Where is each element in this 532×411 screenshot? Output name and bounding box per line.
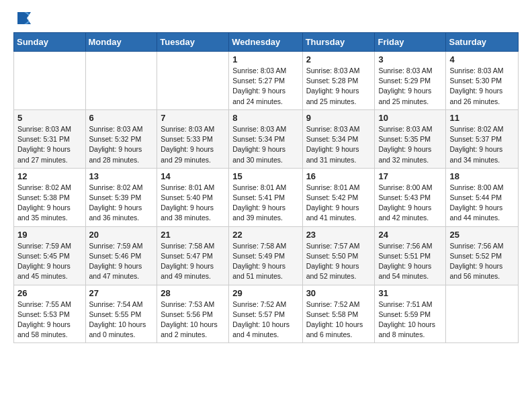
day-info: Sunrise: 7:52 AM Sunset: 5:58 PM Dayligh…: [306, 300, 371, 340]
day-number: 8: [232, 113, 298, 123]
calendar-cell: 9Sunrise: 8:03 AM Sunset: 5:34 PM Daylig…: [302, 109, 375, 168]
day-info: Sunrise: 8:03 AM Sunset: 5:31 PM Dayligh…: [17, 124, 82, 165]
day-info: Sunrise: 8:02 AM Sunset: 5:37 PM Dayligh…: [449, 124, 515, 165]
day-info: Sunrise: 8:03 AM Sunset: 5:35 PM Dayligh…: [378, 124, 442, 165]
calendar-cell: 18Sunrise: 8:00 AM Sunset: 5:44 PM Dayli…: [446, 168, 519, 226]
calendar-cell: 20Sunrise: 7:59 AM Sunset: 5:46 PM Dayli…: [85, 226, 157, 285]
day-info: Sunrise: 8:03 AM Sunset: 5:34 PM Dayligh…: [232, 124, 298, 165]
calendar-cell: 22Sunrise: 7:58 AM Sunset: 5:49 PM Dayli…: [229, 226, 302, 285]
logo-flag-icon: [15, 11, 34, 26]
day-info: Sunrise: 7:51 AM Sunset: 5:59 PM Dayligh…: [378, 300, 442, 340]
day-number: 20: [89, 230, 154, 240]
day-number: 28: [161, 288, 225, 298]
calendar-cell: 11Sunrise: 8:02 AM Sunset: 5:37 PM Dayli…: [446, 109, 519, 168]
day-number: 5: [17, 113, 82, 123]
calendar-cell: 16Sunrise: 8:01 AM Sunset: 5:42 PM Dayli…: [302, 168, 375, 226]
day-info: Sunrise: 7:59 AM Sunset: 5:46 PM Dayligh…: [89, 241, 154, 282]
page: SundayMondayTuesdayWednesdayThursdayFrid…: [0, 0, 532, 354]
day-number: 27: [89, 288, 154, 298]
day-number: 24: [378, 230, 442, 240]
day-info: Sunrise: 8:03 AM Sunset: 5:27 PM Dayligh…: [232, 66, 298, 107]
weekday-header-monday: Monday: [85, 33, 157, 52]
weekday-header-wednesday: Wednesday: [229, 33, 302, 52]
day-info: Sunrise: 8:03 AM Sunset: 5:33 PM Dayligh…: [161, 124, 225, 165]
logo: [13, 11, 34, 26]
calendar-week-row: 5Sunrise: 8:03 AM Sunset: 5:31 PM Daylig…: [14, 109, 519, 168]
svg-marker-0: [17, 12, 31, 24]
calendar-cell: 23Sunrise: 7:57 AM Sunset: 5:50 PM Dayli…: [302, 226, 375, 285]
weekday-header-thursday: Thursday: [302, 33, 375, 52]
day-number: 30: [306, 288, 371, 298]
logo-text: [13, 11, 34, 26]
day-info: Sunrise: 7:58 AM Sunset: 5:49 PM Dayligh…: [232, 241, 298, 282]
calendar-week-row: 26Sunrise: 7:55 AM Sunset: 5:53 PM Dayli…: [14, 285, 519, 343]
day-number: 21: [161, 230, 225, 240]
calendar-cell: 21Sunrise: 7:58 AM Sunset: 5:47 PM Dayli…: [157, 226, 229, 285]
calendar-cell: 30Sunrise: 7:52 AM Sunset: 5:58 PM Dayli…: [302, 285, 375, 343]
calendar-cell: 1Sunrise: 8:03 AM Sunset: 5:27 PM Daylig…: [229, 52, 302, 110]
day-number: 10: [378, 113, 442, 123]
calendar-cell: 3Sunrise: 8:03 AM Sunset: 5:29 PM Daylig…: [375, 52, 446, 110]
calendar-cell: 28Sunrise: 7:53 AM Sunset: 5:56 PM Dayli…: [157, 285, 229, 343]
calendar-cell: 31Sunrise: 7:51 AM Sunset: 5:59 PM Dayli…: [375, 285, 446, 343]
calendar: SundayMondayTuesdayWednesdayThursdayFrid…: [13, 32, 519, 343]
day-number: 1: [232, 54, 298, 64]
day-number: 23: [306, 230, 371, 240]
day-number: 7: [161, 113, 225, 123]
day-info: Sunrise: 8:03 AM Sunset: 5:32 PM Dayligh…: [89, 124, 154, 165]
weekday-header-saturday: Saturday: [446, 33, 519, 52]
day-info: Sunrise: 8:03 AM Sunset: 5:34 PM Dayligh…: [306, 124, 371, 165]
day-info: Sunrise: 8:00 AM Sunset: 5:43 PM Dayligh…: [378, 183, 442, 224]
calendar-cell: 29Sunrise: 7:52 AM Sunset: 5:57 PM Dayli…: [229, 285, 302, 343]
day-info: Sunrise: 8:00 AM Sunset: 5:44 PM Dayligh…: [449, 183, 515, 224]
day-number: 11: [449, 113, 515, 123]
calendar-cell: [446, 285, 519, 343]
day-number: 9: [306, 113, 371, 123]
day-number: 6: [89, 113, 154, 123]
day-number: 14: [161, 171, 225, 181]
weekday-header-sunday: Sunday: [14, 33, 86, 52]
day-info: Sunrise: 7:53 AM Sunset: 5:56 PM Dayligh…: [161, 300, 225, 340]
day-number: 19: [17, 230, 82, 240]
day-info: Sunrise: 8:03 AM Sunset: 5:28 PM Dayligh…: [306, 66, 371, 107]
day-info: Sunrise: 7:54 AM Sunset: 5:55 PM Dayligh…: [89, 300, 154, 340]
day-number: 31: [378, 288, 442, 298]
calendar-cell: 27Sunrise: 7:54 AM Sunset: 5:55 PM Dayli…: [85, 285, 157, 343]
calendar-cell: 15Sunrise: 8:01 AM Sunset: 5:41 PM Dayli…: [229, 168, 302, 226]
day-info: Sunrise: 8:03 AM Sunset: 5:30 PM Dayligh…: [449, 66, 515, 107]
day-number: 18: [449, 171, 515, 181]
day-info: Sunrise: 7:56 AM Sunset: 5:52 PM Dayligh…: [449, 241, 515, 282]
day-number: 4: [449, 54, 515, 64]
calendar-cell: 5Sunrise: 8:03 AM Sunset: 5:31 PM Daylig…: [14, 109, 86, 168]
day-info: Sunrise: 7:55 AM Sunset: 5:53 PM Dayligh…: [17, 300, 82, 340]
day-info: Sunrise: 8:01 AM Sunset: 5:42 PM Dayligh…: [306, 183, 371, 224]
day-info: Sunrise: 8:02 AM Sunset: 5:39 PM Dayligh…: [89, 183, 154, 224]
day-info: Sunrise: 7:57 AM Sunset: 5:50 PM Dayligh…: [306, 241, 371, 282]
calendar-cell: [85, 52, 157, 110]
calendar-cell: 6Sunrise: 8:03 AM Sunset: 5:32 PM Daylig…: [85, 109, 157, 168]
day-info: Sunrise: 7:52 AM Sunset: 5:57 PM Dayligh…: [232, 300, 298, 340]
day-info: Sunrise: 7:58 AM Sunset: 5:47 PM Dayligh…: [161, 241, 225, 282]
day-number: 15: [232, 171, 298, 181]
calendar-cell: [14, 52, 86, 110]
day-number: 29: [232, 288, 298, 298]
day-number: 12: [17, 171, 82, 181]
day-info: Sunrise: 8:01 AM Sunset: 5:41 PM Dayligh…: [232, 183, 298, 224]
calendar-cell: 25Sunrise: 7:56 AM Sunset: 5:52 PM Dayli…: [446, 226, 519, 285]
calendar-week-row: 12Sunrise: 8:02 AM Sunset: 5:38 PM Dayli…: [14, 168, 519, 226]
calendar-week-row: 19Sunrise: 7:59 AM Sunset: 5:45 PM Dayli…: [14, 226, 519, 285]
calendar-cell: 8Sunrise: 8:03 AM Sunset: 5:34 PM Daylig…: [229, 109, 302, 168]
day-info: Sunrise: 7:56 AM Sunset: 5:51 PM Dayligh…: [378, 241, 442, 282]
day-info: Sunrise: 8:02 AM Sunset: 5:38 PM Dayligh…: [17, 183, 82, 224]
day-number: 25: [449, 230, 515, 240]
calendar-cell: 13Sunrise: 8:02 AM Sunset: 5:39 PM Dayli…: [85, 168, 157, 226]
header: [13, 11, 519, 26]
day-number: 16: [306, 171, 371, 181]
calendar-cell: 7Sunrise: 8:03 AM Sunset: 5:33 PM Daylig…: [157, 109, 229, 168]
calendar-cell: 14Sunrise: 8:01 AM Sunset: 5:40 PM Dayli…: [157, 168, 229, 226]
day-number: 17: [378, 171, 442, 181]
calendar-cell: 10Sunrise: 8:03 AM Sunset: 5:35 PM Dayli…: [375, 109, 446, 168]
weekday-header-friday: Friday: [375, 33, 446, 52]
weekday-header-tuesday: Tuesday: [157, 33, 229, 52]
day-number: 22: [232, 230, 298, 240]
